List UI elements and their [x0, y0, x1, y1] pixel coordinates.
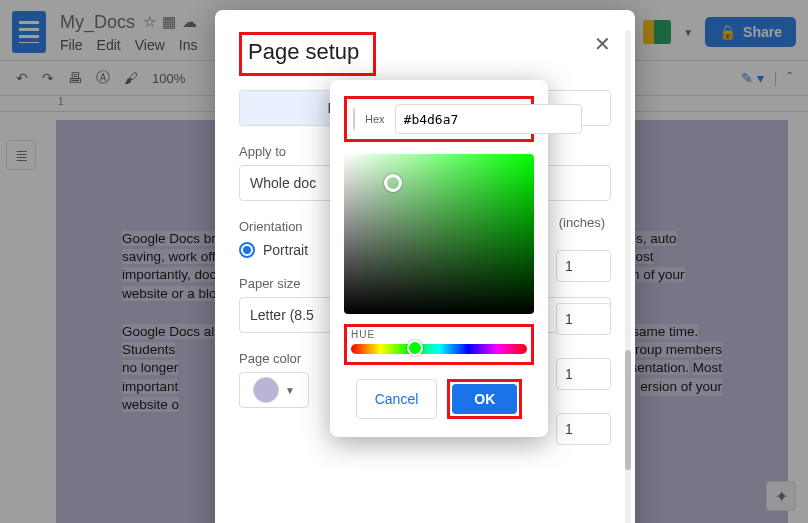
explore-icon[interactable]: ✦ [766, 481, 796, 511]
meet-icon[interactable] [643, 20, 671, 44]
hue-slider[interactable] [351, 344, 527, 354]
meet-caret-icon[interactable]: ▼ [683, 27, 693, 38]
saturation-value-field[interactable] [344, 154, 534, 314]
picker-ok-button[interactable]: OK [452, 384, 517, 414]
star-icon[interactable]: ☆ [143, 13, 156, 31]
outline-toggle-icon[interactable]: ≣ [6, 140, 36, 170]
close-icon[interactable]: ✕ [594, 32, 611, 56]
margin-top-field[interactable] [556, 250, 611, 282]
lock-icon: 🔒 [719, 24, 736, 40]
paint-format-icon[interactable]: 🖌 [124, 70, 138, 86]
menu-edit[interactable]: Edit [97, 37, 121, 53]
cloud-icon[interactable]: ☁ [182, 13, 197, 31]
picker-cancel-button[interactable]: Cancel [356, 379, 438, 419]
spellcheck-icon[interactable]: Ⓐ [96, 69, 110, 87]
dialog-title: Page setup [239, 32, 376, 76]
dialog-scrollbar[interactable] [625, 30, 631, 523]
radio-checked-icon [239, 242, 255, 258]
redo-icon[interactable]: ↷ [42, 70, 54, 86]
margin-right-field[interactable] [556, 413, 611, 445]
color-swatch-icon [253, 377, 279, 403]
print-icon[interactable]: 🖶 [68, 70, 82, 86]
hex-input[interactable] [395, 104, 582, 134]
hue-label: HUE [351, 329, 527, 340]
hex-label: Hex [365, 113, 385, 125]
color-picker-popover: Hex HUE Cancel OK [330, 80, 548, 437]
hue-thumb-icon[interactable] [407, 340, 423, 356]
sv-thumb-icon[interactable] [384, 174, 402, 192]
zoom-select[interactable]: 100% [152, 71, 185, 86]
margin-bottom-field[interactable] [556, 303, 611, 335]
page-color-select[interactable]: ▼ [239, 372, 309, 408]
docs-logo-icon[interactable] [12, 11, 46, 53]
margin-left-field[interactable] [556, 358, 611, 390]
hex-row: Hex [344, 96, 534, 142]
menu-insert[interactable]: Ins [179, 37, 198, 53]
move-icon[interactable]: ▦ [162, 13, 176, 31]
menu-bar: File Edit View Ins [60, 37, 197, 53]
menu-file[interactable]: File [60, 37, 83, 53]
color-sample-icon [353, 107, 355, 131]
chevron-down-icon: ▼ [285, 385, 295, 396]
menu-view[interactable]: View [135, 37, 165, 53]
share-button[interactable]: 🔒 Share [705, 17, 796, 47]
editing-mode-icon[interactable]: ✎ ▾ [741, 70, 764, 86]
undo-icon[interactable]: ↶ [16, 70, 28, 86]
doc-title[interactable]: My_Docs [60, 12, 135, 33]
collapse-icon[interactable]: ˆ [787, 70, 792, 86]
margins-label: (inches) [559, 215, 605, 230]
